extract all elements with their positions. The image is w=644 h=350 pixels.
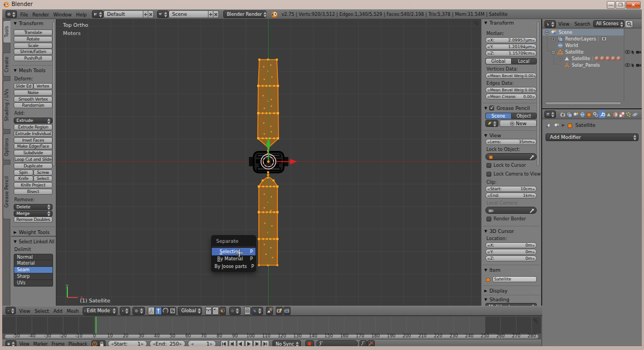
scene-name-field[interactable]: Scene	[169, 10, 208, 18]
shelf-button-duplicate[interactable]: Duplicate	[14, 163, 53, 169]
value-field-mean-bevel-weig-0-00[interactable]: ◀Mean Bevel Weig:0.00▶	[485, 87, 537, 93]
lock-time-button[interactable]	[98, 340, 106, 346]
opengl-render-image-button[interactable]	[276, 307, 283, 315]
jump-to-start-button[interactable]	[221, 340, 228, 346]
delimit-option-sharp[interactable]: Sharp	[14, 273, 53, 280]
properties-editor-type-button[interactable]: ▲▼	[544, 110, 556, 118]
properties-tab-render[interactable]	[559, 110, 566, 118]
properties-tab-physics[interactable]	[631, 110, 638, 118]
info-menu-file[interactable]: File	[18, 12, 30, 18]
increment-arrow-icon[interactable]: ▶	[534, 88, 537, 92]
pivot-dropdown[interactable]: ▲▼	[132, 307, 145, 315]
keying-set-field[interactable]	[316, 340, 358, 346]
item-name-field[interactable]: Satellite	[492, 276, 537, 282]
view3d-menu-mesh[interactable]: Mesh	[65, 308, 81, 314]
increment-arrow-icon[interactable]: ▶	[532, 194, 535, 197]
decrement-arrow-icon[interactable]: ◀	[487, 45, 490, 49]
layout-browse-button[interactable]: ▲▼	[92, 10, 103, 18]
value-field-mean-crease-0-00[interactable]: ◀Mean Crease:0.00▶	[485, 94, 537, 100]
checkbox-row-lock-camera-to-view[interactable]: Lock Camera to View	[481, 170, 541, 178]
material-sphere-icon[interactable]	[595, 56, 599, 61]
increment-arrow-icon[interactable]: ▶	[532, 140, 535, 144]
decrement-arrow-icon[interactable]: ◀	[487, 88, 490, 92]
timeline-menu-frame[interactable]: Frame	[50, 342, 67, 347]
shelf-button-loop-cut-and-slide[interactable]: Loop Cut and Slide	[14, 156, 53, 162]
increment-arrow-icon[interactable]: ▶	[532, 38, 535, 42]
scene-browse-button[interactable]: ▲▼	[157, 10, 169, 18]
panel-header-transform[interactable]: ▼Transform::::	[481, 19, 541, 26]
shelf-button-extrude-individual[interactable]: Extrude Individual	[14, 131, 53, 137]
value-field-end-1km[interactable]: ◀End:1km▶	[485, 192, 537, 199]
manipulator-rotate-button[interactable]	[162, 307, 169, 315]
increment-arrow-icon[interactable]: ▶	[532, 250, 535, 254]
timeline-menu-playback[interactable]: Playback	[67, 342, 89, 347]
jump-to-next-keyframe-button[interactable]	[253, 340, 261, 346]
shelf-tab-create[interactable]: Create	[3, 52, 10, 77]
shelf-button-smooth-vertex[interactable]: Smooth Vertex	[14, 96, 53, 102]
panel-checkbox[interactable]	[489, 106, 494, 110]
decrement-arrow-icon[interactable]: ◀	[487, 95, 490, 98]
timeline-ruler[interactable]	[4, 334, 539, 339]
checkbox-row-lock-to-cursor[interactable]: Lock to Cursor	[481, 161, 541, 170]
decrement-arrow-icon[interactable]: ◀	[487, 51, 490, 55]
selectability-arrow-icon[interactable]	[631, 50, 635, 55]
material-sphere-icon[interactable]	[600, 56, 605, 61]
value-field-mean-bevel-weig-0-00[interactable]: ◀Mean Bevel Weig:0.00▶	[485, 73, 537, 79]
shelf-tab-grease-pencil[interactable]: Grease Pencil	[3, 164, 10, 219]
material-sphere-icon[interactable]	[611, 56, 616, 61]
value-field-x-0m[interactable]: ◀X:0m▶	[485, 242, 537, 248]
decrement-arrow-icon[interactable]: ◀	[487, 250, 490, 254]
properties-tab-constraints[interactable]	[592, 110, 599, 118]
info-editor-type-button[interactable]: i▲▼	[5, 10, 17, 18]
shelf-button-extrude-region[interactable]: Extrude Region	[14, 124, 53, 130]
outliner-search-button[interactable]	[625, 20, 633, 28]
toggle-local[interactable]: Local	[511, 58, 537, 65]
value-field-x-2-09957-m[interactable]: ◀X:2.09957µm▶	[485, 37, 537, 43]
context-menu-item-selection[interactable]: SelectionP	[212, 248, 256, 255]
increment-arrow-icon[interactable]: ▶	[534, 74, 537, 78]
material-sphere-icon[interactable]	[617, 56, 621, 61]
scene-delete-button[interactable]	[213, 10, 219, 18]
properties-tab-material[interactable]	[612, 110, 618, 118]
properties-tab-texture[interactable]	[618, 110, 625, 118]
object-selector-field[interactable]	[485, 153, 537, 160]
decrement-arrow-icon[interactable]: ◀	[487, 140, 490, 144]
properties-tab-scene[interactable]	[572, 110, 579, 118]
decrement-arrow-icon[interactable]: ◀	[487, 243, 490, 247]
delete-keyframe-button[interactable]	[367, 340, 375, 346]
maximize-button[interactable]: ❐	[616, 1, 625, 9]
object-selector-field[interactable]	[485, 207, 537, 214]
info-menu-window[interactable]: Window	[51, 12, 74, 18]
value-field-y-1-20194-m[interactable]: ◀Y:1.20194µm▶	[485, 44, 537, 50]
info-menu-render[interactable]: Render	[30, 12, 51, 18]
shelf-tab-options[interactable]: Options	[3, 133, 10, 160]
outliner-row-world-2[interactable]: World	[542, 42, 624, 49]
grease-pencil-source-dropdown[interactable]: ▲▼	[485, 120, 498, 127]
increment-arrow-icon[interactable]: ▶	[532, 187, 535, 191]
toggle-scene[interactable]: Scene	[485, 113, 511, 119]
checkbox[interactable]	[486, 163, 491, 168]
titlebar[interactable]: Blender — ❐ ✕	[0, 0, 644, 9]
shelf-button-noise[interactable]: Noise	[14, 90, 53, 96]
manipulator-scale-button[interactable]	[169, 307, 176, 315]
panel-header-grease-pencil[interactable]: ▼Grease Pencil::::	[481, 104, 541, 112]
value-field-start-10cm[interactable]: ◀Start:10cm▶	[485, 186, 537, 192]
current-frame-field[interactable]: ◀1▶	[188, 340, 216, 346]
shelf-button-inset-faces[interactable]: Inset Faces	[14, 137, 53, 143]
jump-to-end-button[interactable]	[262, 340, 269, 346]
outliner-row-solar-panels-5[interactable]: Solar_Panels	[542, 62, 624, 68]
outliner-editor-type-button[interactable]: ▲▼	[544, 20, 556, 28]
shelf-button-bisect[interactable]: Bisect	[14, 189, 53, 195]
view3d-menu-view[interactable]: View	[17, 308, 32, 314]
decrement-arrow-icon[interactable]: ◀	[487, 74, 490, 78]
visibility-eye-icon[interactable]	[625, 63, 630, 67]
start-frame-field[interactable]: ◀Start:1▶	[108, 340, 147, 346]
shelf-button-knife[interactable]: Knife	[14, 176, 33, 182]
shelf-dropdown-extrude[interactable]: Extrude▲▼	[14, 118, 53, 124]
delimit-option-material[interactable]: Material	[14, 260, 53, 267]
shelf-button-vertex[interactable]: Vertex	[33, 83, 53, 89]
shelf-button-make-edge-face[interactable]: Make Edge/Face	[14, 143, 53, 149]
shelf-button-screw[interactable]: Screw	[33, 170, 53, 176]
outliner-scrollbar[interactable]	[545, 102, 622, 105]
pin-icon[interactable]	[546, 122, 552, 129]
